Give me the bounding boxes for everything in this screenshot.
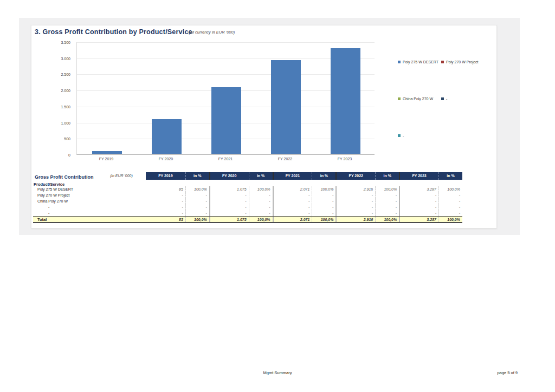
- table-cell: -: [399, 198, 438, 204]
- table-cell: -: [438, 192, 462, 198]
- table-cell: 100,0%: [438, 217, 462, 222]
- table-cell: -: [335, 210, 375, 216]
- legend-marker: [441, 61, 444, 63]
- table-cell: -: [185, 192, 209, 198]
- table-row: China Poly 270 W----------: [33, 198, 462, 204]
- legend-label: Poly 270 W Project: [446, 60, 479, 64]
- table-cell: -: [375, 192, 399, 198]
- col-header-pct: in %: [375, 172, 399, 180]
- gross-profit-table: Gross Profit Contribution (in EUR '000) …: [33, 172, 462, 223]
- legend-label: -: [403, 134, 404, 138]
- table-subheader-row: Product/Service: [33, 180, 462, 186]
- table-cell: 100,0%: [438, 186, 462, 192]
- table-cell: 3.287: [399, 217, 438, 222]
- table-row: Poly 275 W DESERT85100,0%1.075100,0%2.07…: [33, 186, 462, 192]
- table-body: Poly 275 W DESERT85100,0%1.075100,0%2.07…: [33, 186, 462, 216]
- report-page: 3. Gross Profit Contribution by Product/…: [0, 0, 555, 392]
- table-cell: -: [335, 192, 375, 198]
- legend-label: -: [446, 97, 447, 101]
- legend-marker: [441, 97, 444, 100]
- table-cell: 2.071: [273, 217, 312, 222]
- chart-legend: Poly 275 W DESERTPoly 270 W ProjectChina…: [31, 25, 498, 172]
- table-cell: -: [146, 204, 185, 210]
- row-label: Poly 275 W DESERT: [33, 186, 146, 192]
- legend-item: China Poly 270 W: [398, 97, 433, 101]
- table-cell: -: [399, 210, 438, 216]
- table-cell: -: [273, 210, 312, 216]
- table-cell: 100,0%: [249, 186, 273, 192]
- legend-item: -: [441, 97, 447, 101]
- table-cell: -: [249, 204, 273, 210]
- col-header-year: FY 2021: [273, 172, 312, 180]
- table-cell: -: [249, 192, 273, 198]
- table-cell: -: [146, 192, 185, 198]
- table-cell: 100,0%: [185, 217, 209, 222]
- table-row: Poly 270 W Project----------: [33, 192, 462, 198]
- table-cell: 100,0%: [185, 186, 209, 192]
- table-title: Gross Profit Contribution: [33, 174, 94, 180]
- table-cell: -: [209, 210, 249, 216]
- table-cell: 100,0%: [375, 186, 399, 192]
- table-cell: 1.075: [209, 217, 249, 222]
- table-cell: -: [273, 192, 312, 198]
- table-cell: -: [438, 204, 462, 210]
- table-cell: 100,0%: [249, 217, 273, 222]
- table-cell: -: [375, 204, 399, 210]
- table-subtitle-cell: Product/Service: [33, 180, 146, 186]
- col-header-pct: in %: [249, 172, 273, 180]
- table-cell: 2.916: [335, 186, 375, 192]
- table-cell: 85: [146, 217, 185, 222]
- col-header-year: FY 2023: [399, 172, 438, 180]
- table-cell: -: [185, 204, 209, 210]
- table-cell: -: [375, 198, 399, 204]
- table-cell: -: [273, 198, 312, 204]
- table-row: -----------: [33, 210, 462, 216]
- table-header-row: Gross Profit Contribution (in EUR '000) …: [33, 172, 462, 180]
- legend-label: Poly 275 W DESERT: [403, 60, 438, 64]
- table-cell: 2.071: [273, 186, 312, 192]
- table-cell: -: [399, 204, 438, 210]
- table-cell: -: [335, 204, 375, 210]
- table-title-cell: Gross Profit Contribution (in EUR '000): [33, 172, 146, 180]
- table-cell: -: [146, 198, 185, 204]
- col-header-pct: in %: [438, 172, 462, 180]
- col-header-year: FY 2020: [209, 172, 249, 180]
- table-cell: -: [273, 204, 312, 210]
- table-cell: 1.075: [209, 186, 249, 192]
- legend-marker: [398, 61, 401, 63]
- footer-page-number: page 5 of 9: [497, 370, 518, 375]
- row-label: -: [33, 210, 146, 216]
- table-cell: 85: [146, 186, 185, 192]
- table-cell: -: [438, 198, 462, 204]
- footer-sheet-name: Mgmt Summary: [0, 370, 555, 375]
- table-cell: -: [312, 204, 335, 210]
- table-cell: 100,0%: [312, 186, 335, 192]
- table-cell: -: [438, 210, 462, 216]
- table-cell: -: [335, 198, 375, 204]
- table-cell: -: [209, 204, 249, 210]
- col-header-year: FY 2022: [335, 172, 375, 180]
- table-cell: 100,0%: [375, 217, 399, 222]
- table-cell: -: [249, 210, 273, 216]
- table-cell: -: [209, 198, 249, 204]
- table-cell: -: [209, 192, 249, 198]
- table-cell: -: [312, 192, 335, 198]
- legend-item: Poly 275 W DESERT: [398, 60, 438, 64]
- table-cell: -: [375, 210, 399, 216]
- row-label: Poly 270 W Project: [33, 192, 146, 198]
- table-cell: -: [249, 198, 273, 204]
- row-label: Total: [33, 217, 146, 222]
- table-cell: -: [146, 210, 185, 216]
- table-cell: 2.916: [335, 217, 375, 222]
- row-label: -: [33, 204, 146, 210]
- table-cell: 3.287: [399, 186, 438, 192]
- legend-marker: [398, 134, 401, 137]
- col-header-pct: in %: [185, 172, 209, 180]
- col-header-year: FY 2019: [146, 172, 185, 180]
- table-unit-note: (in EUR '000): [110, 172, 133, 180]
- legend-item: Poly 270 W Project: [441, 60, 479, 64]
- table-cell: -: [185, 210, 209, 216]
- table-cell: -: [185, 198, 209, 204]
- table-row: -----------: [33, 204, 462, 210]
- table-cell: -: [399, 192, 438, 198]
